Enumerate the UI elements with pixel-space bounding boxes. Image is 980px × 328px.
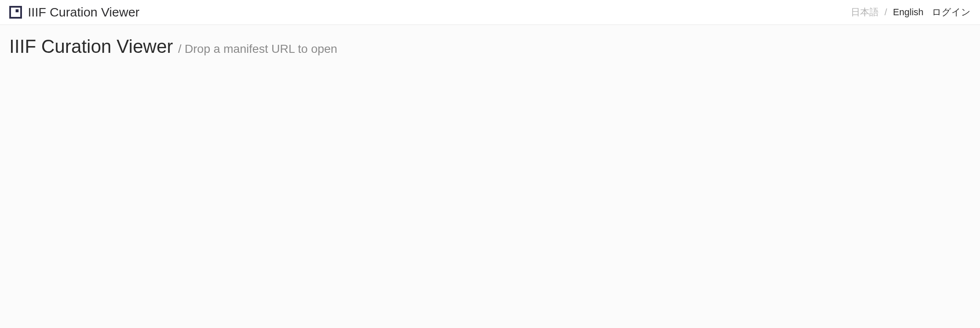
main-content: IIIF Curation Viewer / Drop a manifest U… xyxy=(0,25,980,279)
language-separator: / xyxy=(885,7,887,18)
header-right-group: 日本語 / English ログイン xyxy=(851,6,971,19)
language-english-link[interactable]: English xyxy=(893,7,923,18)
page-title-row: IIIF Curation Viewer / Drop a manifest U… xyxy=(9,36,971,57)
header-left-group: IIIF Curation Viewer xyxy=(9,5,140,19)
svg-rect-1 xyxy=(16,9,19,12)
login-link[interactable]: ログイン xyxy=(932,6,971,19)
manifest-drop-area[interactable] xyxy=(9,57,971,268)
app-header: IIIF Curation Viewer 日本語 / English ログイン xyxy=(0,0,980,25)
page-title: IIIF Curation Viewer xyxy=(9,36,173,57)
iiif-logo-icon xyxy=(9,6,22,19)
language-japanese-link[interactable]: 日本語 xyxy=(851,6,879,19)
app-title: IIIF Curation Viewer xyxy=(28,5,140,19)
page-subtitle: / Drop a manifest URL to open xyxy=(178,42,337,56)
